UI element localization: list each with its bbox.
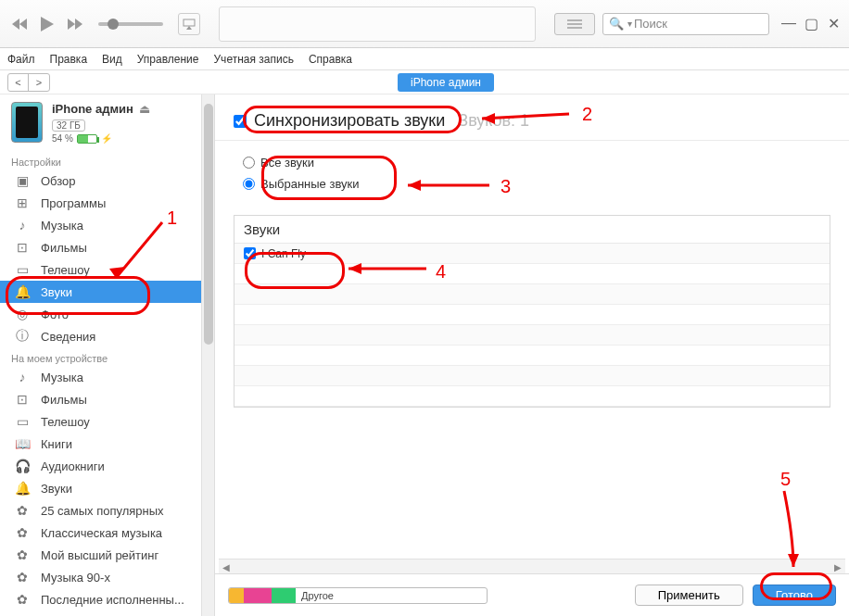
sidebar-icon: ✿ bbox=[13, 547, 32, 562]
list-view-button[interactable] bbox=[554, 13, 595, 35]
window-controls: — ▢ ✕ bbox=[780, 15, 842, 32]
volume-slider[interactable] bbox=[98, 22, 163, 26]
sidebar-icon: ✿ bbox=[13, 570, 32, 585]
sidebar-device-item-25 самых популярных[interactable]: ✿25 самых популярных bbox=[0, 499, 214, 522]
sidebar-scrollbar[interactable] bbox=[201, 94, 214, 616]
footer: Другое Применить Готово bbox=[215, 573, 849, 616]
battery-percent: 54 % bbox=[52, 133, 73, 144]
menu-account[interactable]: Учетная запись bbox=[214, 53, 294, 66]
sidebar-item-Музыка[interactable]: ♪Музыка bbox=[0, 214, 214, 236]
sidebar-device-item-Звуки[interactable]: 🔔Звуки bbox=[0, 477, 214, 499]
capacity-badge: 32 ГБ bbox=[52, 119, 85, 132]
device-pill[interactable]: iPhone админ bbox=[398, 73, 494, 92]
sidebar-icon: ✿ bbox=[13, 525, 32, 540]
radio-all-input[interactable] bbox=[243, 157, 255, 169]
hscroll-right-icon[interactable]: ▶ bbox=[830, 559, 845, 574]
menu-view[interactable]: Вид bbox=[102, 53, 122, 66]
sidebar-device-item-Фильмы[interactable]: ⊡Фильмы bbox=[0, 388, 214, 410]
sound-row-empty bbox=[234, 305, 830, 325]
sound-row-empty bbox=[234, 386, 830, 407]
search-icon: 🔍 bbox=[609, 17, 624, 31]
nav-back-button[interactable]: < bbox=[8, 74, 29, 91]
sidebar-item-Обзор[interactable]: ▣Обзор bbox=[0, 170, 214, 192]
storage-seg-1 bbox=[229, 588, 244, 603]
sidebar-item-Сведения[interactable]: ⓘСведения bbox=[0, 325, 214, 347]
sidebar-icon: ✿ bbox=[13, 503, 32, 518]
sidebar-device-item-Телешоу[interactable]: ▭Телешоу bbox=[0, 410, 214, 433]
sidebar-icon: ▭ bbox=[13, 262, 32, 277]
sidebar-item-label: Звуки bbox=[41, 285, 72, 299]
radio-selected-input[interactable] bbox=[243, 178, 255, 190]
sidebar-item-label: Музыка bbox=[41, 219, 83, 233]
radio-all-label: Все звуки bbox=[260, 156, 314, 170]
sound-checkbox[interactable] bbox=[244, 247, 256, 259]
sidebar-device-item-Мой высший рейтинг[interactable]: ✿Мой высший рейтинг bbox=[0, 544, 214, 566]
sync-header: Синхронизировать звуки Звуков: 1 bbox=[215, 94, 849, 141]
next-button[interactable] bbox=[63, 12, 87, 36]
sidebar-section-settings: Настройки bbox=[0, 151, 214, 170]
sound-row-empty bbox=[234, 264, 830, 284]
sidebar-item-label: Телешоу bbox=[41, 263, 90, 277]
sidebar-item-Программы[interactable]: ⊞Программы bbox=[0, 192, 214, 214]
menu-edit[interactable]: Правка bbox=[50, 53, 88, 66]
sidebar-icon: ◎ bbox=[13, 307, 32, 321]
menu-file[interactable]: Файл bbox=[7, 53, 35, 66]
sound-list: I Can Fly bbox=[234, 244, 830, 407]
sidebar-item-label: Фото bbox=[41, 308, 69, 321]
sidebar-item-label: Звуки bbox=[41, 482, 72, 496]
sidebar-icon: 🔔 bbox=[13, 481, 32, 496]
sidebar-item-Фильмы[interactable]: ⊡Фильмы bbox=[0, 236, 214, 258]
sidebar-item-Фото[interactable]: ◎Фото bbox=[0, 303, 214, 325]
sidebar-item-label: Фильмы bbox=[41, 393, 87, 407]
search-input[interactable]: 🔍 ▾ Поиск bbox=[602, 13, 769, 35]
device-header: iPhone админ ⏏ 32 ГБ 54 % ⚡ bbox=[0, 94, 214, 151]
sync-title: Синхронизировать звуки bbox=[254, 111, 445, 131]
sidebar-device-item-Музыка[interactable]: ♪Музыка bbox=[0, 366, 214, 388]
sidebar-device-item-Классическая музыка[interactable]: ✿Классическая музыка bbox=[0, 522, 214, 544]
device-name: iPhone админ bbox=[52, 102, 133, 116]
prev-button[interactable] bbox=[7, 12, 32, 36]
nav-forward-button[interactable]: > bbox=[29, 74, 49, 91]
sync-checkbox[interactable] bbox=[234, 115, 247, 128]
eject-icon[interactable]: ⏏ bbox=[139, 102, 150, 116]
sound-name: I Can Fly bbox=[261, 247, 306, 260]
play-button[interactable] bbox=[35, 12, 59, 36]
airplay-button[interactable] bbox=[178, 13, 200, 35]
sidebar-device-item-Аудиокниги[interactable]: 🎧Аудиокниги bbox=[0, 455, 214, 477]
close-button[interactable]: ✕ bbox=[825, 15, 842, 32]
sidebar-item-label: 25 самых популярных bbox=[41, 504, 164, 518]
menubar: Файл Правка Вид Управление Учетная запис… bbox=[0, 48, 849, 70]
maximize-button[interactable]: ▢ bbox=[803, 15, 819, 32]
radio-selected-sounds[interactable]: Выбранные звуки bbox=[243, 173, 821, 195]
sidebar-icon: ⊡ bbox=[13, 392, 32, 407]
sidebar-item-Звуки[interactable]: 🔔Звуки bbox=[0, 281, 214, 303]
sidebar-item-label: Классическая музыка bbox=[41, 526, 162, 540]
sidebar-item-label: Мой высший рейтинг bbox=[41, 548, 158, 562]
sidebar-icon: ▭ bbox=[13, 414, 32, 429]
storage-bar: Другое bbox=[228, 587, 488, 604]
search-placeholder: Поиск bbox=[634, 17, 667, 31]
sidebar-icon: 📖 bbox=[13, 436, 32, 451]
horizontal-scrollbar[interactable]: ◀ ▶ bbox=[219, 559, 845, 573]
sidebar-item-Телешоу[interactable]: ▭Телешоу bbox=[0, 258, 214, 281]
sidebar-device-item-Музыка 90-х[interactable]: ✿Музыка 90-х bbox=[0, 566, 214, 588]
sound-row-empty bbox=[234, 284, 830, 305]
svg-rect-0 bbox=[184, 19, 195, 26]
apply-button[interactable]: Применить bbox=[635, 585, 743, 606]
sidebar-item-label: Фильмы bbox=[41, 241, 87, 255]
storage-seg-3 bbox=[272, 588, 296, 603]
radio-all-sounds[interactable]: Все звуки bbox=[243, 152, 821, 173]
sidebar-device-item-Книги[interactable]: 📖Книги bbox=[0, 433, 214, 455]
sidebar-icon: ✿ bbox=[13, 592, 32, 607]
done-button[interactable]: Готово bbox=[753, 585, 836, 606]
menu-controls[interactable]: Управление bbox=[137, 53, 199, 66]
playback-controls bbox=[7, 12, 200, 36]
menu-help[interactable]: Справка bbox=[309, 53, 352, 66]
sidebar-icon: 🎧 bbox=[13, 459, 32, 473]
hscroll-left-icon[interactable]: ◀ bbox=[219, 559, 234, 574]
sound-row[interactable]: I Can Fly bbox=[234, 244, 830, 264]
minimize-button[interactable]: — bbox=[780, 15, 797, 32]
main-panel: Синхронизировать звуки Звуков: 1 Все зву… bbox=[215, 94, 849, 616]
sidebar-device-item-Последние исполненны...[interactable]: ✿Последние исполненны... bbox=[0, 588, 214, 610]
sidebar-item-label: Телешоу bbox=[41, 415, 90, 429]
